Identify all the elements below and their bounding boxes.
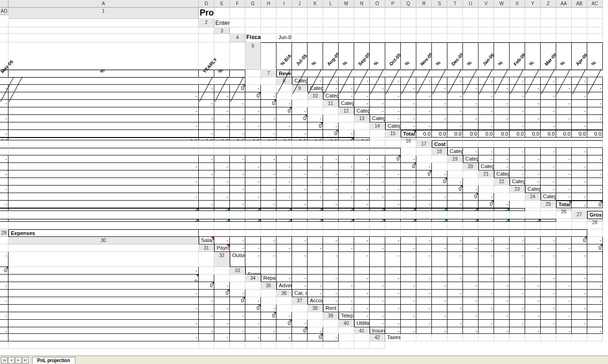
spreadsheet-grid[interactable]: ADEFGHIJKLMNOPQRSTUVWXYZAAABACAD1Profit … (0, 0, 608, 349)
row-header[interactable]: 41 (354, 327, 370, 334)
row-label[interactable]: Category 2 (463, 155, 478, 163)
gross-profit-label: Gross Profit (587, 211, 603, 219)
col-header[interactable]: A (8, 0, 199, 8)
row-header[interactable]: 33 (230, 267, 245, 275)
row-header[interactable]: 15 (385, 130, 401, 138)
total-row-label: Total Cost of Sales (556, 201, 572, 208)
row-label[interactable]: Salary expenses (199, 237, 214, 244)
row-header[interactable]: 40 (339, 320, 354, 327)
col-header[interactable]: T (447, 0, 463, 8)
col-header[interactable]: N (354, 0, 370, 8)
row-label[interactable]: Category 7 (541, 193, 556, 201)
select-all-corner[interactable] (0, 0, 8, 8)
row-header[interactable]: 23 (510, 186, 525, 193)
row-header[interactable]: 2 (199, 19, 214, 27)
col-header[interactable]: AB (572, 0, 587, 8)
row-header[interactable]: 17 (416, 140, 432, 148)
row-header[interactable]: 32 (214, 252, 230, 267)
col-header[interactable]: Y (525, 0, 541, 8)
col-header[interactable]: I (276, 0, 292, 8)
row-label[interactable]: Telephone (339, 312, 354, 320)
company-name[interactable]: Enter your Company Name here (214, 19, 230, 27)
row-label[interactable]: Payroll expenses (214, 244, 230, 252)
col-header[interactable]: AD (0, 8, 8, 15)
col-header[interactable]: K (308, 0, 323, 8)
row-label[interactable]: Category 1 (292, 77, 308, 85)
row-header[interactable]: 27 (572, 211, 587, 219)
row-header[interactable]: 37 (292, 297, 308, 305)
row-header[interactable]: 4 (230, 34, 245, 42)
col-header[interactable]: F (230, 0, 245, 8)
row-header[interactable]: 14 (370, 122, 385, 130)
row-label[interactable]: Advertising (276, 282, 292, 290)
row-label[interactable]: Taxes (real estate, etc.) (385, 334, 401, 341)
col-header[interactable]: P (385, 0, 401, 8)
row-header[interactable]: 21 (478, 170, 494, 178)
row-header[interactable]: 6 (245, 42, 261, 70)
row-header[interactable]: 31 (199, 244, 214, 252)
col-header[interactable]: Z (541, 0, 556, 8)
col-header[interactable]: J (292, 0, 308, 8)
row-label[interactable]: Category 1 (447, 148, 463, 155)
row-label[interactable]: Utilities (354, 320, 370, 327)
row-header[interactable]: 30 (8, 237, 199, 244)
row-header[interactable]: 7 (261, 70, 276, 77)
row-label[interactable]: Category 3 (323, 92, 339, 100)
row-header[interactable]: 34 (245, 275, 261, 282)
col-header[interactable]: L (323, 0, 339, 8)
col-header[interactable]: M (339, 0, 354, 8)
row-header[interactable]: 19 (447, 155, 463, 163)
row-label[interactable]: Rent (323, 305, 339, 312)
col-header[interactable]: U (463, 0, 478, 8)
col-header[interactable]: W (494, 0, 510, 8)
row-header[interactable]: 22 (494, 178, 510, 186)
row-header[interactable]: 25 (541, 201, 556, 208)
col-header[interactable]: AA (556, 0, 572, 8)
fiscal-year-value[interactable]: Jun-05 (276, 34, 292, 42)
row-header[interactable]: 20 (463, 163, 478, 170)
row-label[interactable]: Repairs and maintenance (261, 275, 276, 282)
col-header[interactable]: O (370, 0, 385, 8)
row-label[interactable]: Category 6 (370, 115, 385, 122)
col-header[interactable]: S (432, 0, 447, 8)
col-header[interactable]: D (199, 0, 214, 8)
col-header[interactable]: R (416, 0, 432, 8)
row-label[interactable]: Category 4 (494, 170, 510, 178)
row-label[interactable]: Car, delivery and travel (292, 290, 308, 297)
row-header[interactable]: 18 (432, 148, 447, 155)
col-header[interactable]: G (245, 0, 261, 8)
col-header[interactable]: V (478, 0, 494, 8)
page-title: Profit and Loss Projection (12 Months) (199, 8, 214, 19)
row-header[interactable]: 29 (0, 229, 8, 237)
row-label[interactable]: Category 4 (339, 100, 354, 107)
row-label[interactable]: Accounting and legal (308, 297, 323, 305)
row-label[interactable]: Category 5 (354, 107, 370, 115)
row-header[interactable]: 38 (308, 305, 323, 312)
row-header[interactable]: 35 (261, 282, 276, 290)
row-label[interactable]: Category 7 (385, 122, 401, 130)
row-header[interactable]: 42 (370, 334, 385, 341)
fiscal-year-label: Fiscal Year Begins (245, 34, 261, 42)
row-label[interactable]: Supplies (office and operating) (245, 267, 261, 275)
row-header[interactable]: 39 (323, 312, 339, 320)
row-label[interactable]: Category 3 (478, 163, 494, 170)
section-header: Revenue (Sales) (276, 70, 292, 77)
row-header[interactable]: 11 (323, 100, 339, 107)
col-header[interactable]: AC (587, 0, 603, 8)
row-header[interactable]: 1 (8, 8, 199, 19)
row-label[interactable]: Outside services (230, 252, 245, 267)
row-header[interactable]: 24 (525, 193, 541, 201)
row-label[interactable]: Insurance (370, 327, 385, 334)
row-label[interactable]: Category 5 (510, 178, 525, 186)
row-header[interactable]: 3 (214, 27, 230, 34)
row-header[interactable]: 36 (276, 290, 292, 297)
col-header[interactable]: Q (401, 0, 416, 8)
col-header[interactable]: H (261, 0, 276, 8)
row-header[interactable]: 13 (354, 115, 370, 122)
row-label[interactable]: Category 6 (525, 186, 541, 193)
row-header[interactable]: 10 (308, 92, 323, 100)
row-label[interactable]: Category 2 (308, 85, 323, 92)
col-header[interactable]: E (214, 0, 230, 8)
col-header[interactable]: X (510, 0, 525, 8)
row-header[interactable]: 12 (339, 107, 354, 115)
